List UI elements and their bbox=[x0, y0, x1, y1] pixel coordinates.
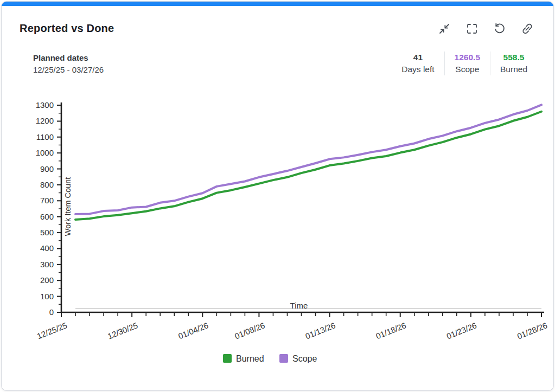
y-tick-label: 1300 bbox=[36, 100, 54, 110]
stat-burned-value: 558.5 bbox=[500, 53, 527, 62]
y-tick-label: 500 bbox=[40, 228, 54, 237]
scope-line[interactable] bbox=[75, 105, 541, 214]
link-icon bbox=[521, 22, 534, 35]
legend-label-scope: Scope bbox=[292, 354, 317, 363]
collapse-button[interactable] bbox=[438, 22, 451, 35]
accent-bar bbox=[2, 2, 553, 6]
stat-burned: 558.5 Burned bbox=[490, 52, 537, 75]
x-tick-label: 01/23/26 bbox=[445, 320, 478, 341]
x-tick-label: 01/08/26 bbox=[233, 320, 266, 341]
planned-dates-range: 12/25/25 - 03/27/26 bbox=[33, 64, 104, 76]
stat-scope: 1260.5 Scope bbox=[444, 52, 490, 75]
fullscreen-icon bbox=[465, 22, 479, 35]
y-tick-label: 1000 bbox=[36, 148, 54, 157]
stat-days-left: 41 Days left bbox=[392, 52, 444, 75]
x-axis-ticks: 12/25/2512/30/2501/04/2601/08/2601/13/26… bbox=[36, 312, 549, 341]
y-tick-label: 300 bbox=[40, 260, 54, 269]
y-tick-label: 800 bbox=[40, 180, 54, 189]
stat-burned-label: Burned bbox=[500, 65, 527, 74]
reset-button[interactable] bbox=[493, 22, 506, 35]
y-tick-label: 600 bbox=[40, 212, 54, 221]
collapse-icon bbox=[438, 22, 451, 35]
x-tick-label: 01/28/26 bbox=[516, 320, 549, 341]
widget-title: Reported vs Done bbox=[20, 22, 114, 35]
stat-days-left-value: 41 bbox=[401, 53, 434, 62]
fullscreen-button[interactable] bbox=[465, 22, 479, 35]
x-axis-title: Time bbox=[290, 301, 308, 310]
legend-item-scope[interactable]: Scope bbox=[279, 354, 317, 363]
stats-row: 41 Days left 1260.5 Scope 558.5 Burned bbox=[392, 52, 537, 75]
x-tick-label: 01/04/26 bbox=[177, 320, 210, 341]
legend-item-burned[interactable]: Burned bbox=[223, 354, 264, 363]
stat-scope-label: Scope bbox=[455, 65, 480, 74]
y-tick-label: 700 bbox=[40, 196, 54, 205]
y-axis-title: Work Item Count bbox=[63, 177, 72, 236]
planned-dates-label: Planned dates bbox=[33, 52, 104, 64]
reset-icon bbox=[493, 22, 506, 35]
y-tick-label: 100 bbox=[40, 292, 54, 301]
stat-scope-value: 1260.5 bbox=[455, 53, 480, 62]
x-tick-label: 01/18/26 bbox=[374, 320, 407, 341]
legend-label-burned: Burned bbox=[236, 354, 264, 363]
y-tick-label: 0 bbox=[49, 307, 54, 317]
y-tick-label: 200 bbox=[40, 275, 54, 285]
stat-days-left-label: Days left bbox=[401, 65, 434, 74]
link-button[interactable] bbox=[521, 22, 534, 35]
y-axis-ticks: 0100200300400500600700800900100011001200… bbox=[36, 100, 61, 317]
planned-dates-block: Planned dates 12/25/25 - 03/27/26 bbox=[33, 52, 104, 76]
x-tick-label: 12/30/25 bbox=[106, 320, 139, 341]
burnup-chart[interactable]: 0100200300400500600700800900100011001200… bbox=[2, 88, 554, 381]
widget-toolbar bbox=[438, 22, 534, 35]
legend-swatch-burned bbox=[223, 354, 232, 363]
y-tick-label: 1200 bbox=[36, 116, 54, 125]
x-tick-label: 01/13/26 bbox=[304, 320, 337, 341]
legend: BurnedScope bbox=[223, 354, 317, 363]
y-tick-label: 1100 bbox=[36, 132, 54, 142]
legend-swatch-scope bbox=[279, 354, 288, 363]
y-tick-label: 900 bbox=[40, 164, 54, 173]
y-tick-label: 400 bbox=[40, 243, 54, 253]
reported-vs-done-widget: Reported vs Done bbox=[1, 1, 554, 391]
x-tick-label: 12/25/25 bbox=[36, 320, 69, 341]
